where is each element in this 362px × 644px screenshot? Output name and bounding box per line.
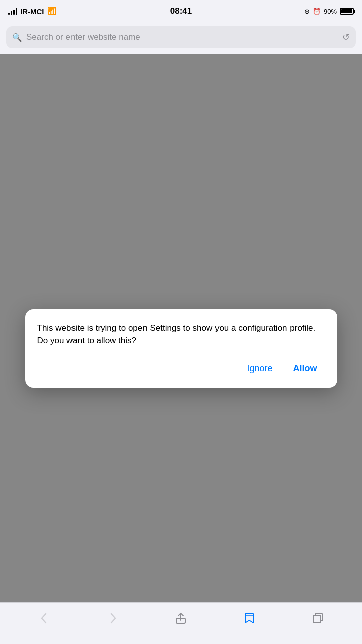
url-bar[interactable]: 🔍 Search or enter website name ↺ xyxy=(6,26,356,48)
ignore-button[interactable]: Ignore xyxy=(239,359,280,378)
search-icon: 🔍 xyxy=(12,33,22,42)
screen-record-icon: ⊕ xyxy=(304,8,310,15)
signal-bars-icon xyxy=(8,8,17,15)
tabs-icon xyxy=(311,612,324,625)
battery-percent-label: 90% xyxy=(324,8,337,15)
svg-rect-2 xyxy=(313,615,321,623)
battery-icon xyxy=(340,8,354,15)
allow-button[interactable]: Allow xyxy=(285,359,325,378)
reload-icon[interactable]: ↺ xyxy=(342,32,350,43)
status-left: IR-MCI 📶 xyxy=(8,7,57,16)
back-icon xyxy=(38,612,51,625)
status-right: ⊕ ⏰ 90% xyxy=(304,8,354,15)
forward-icon xyxy=(106,612,119,625)
dialog-overlay: This website is trying to open Settings … xyxy=(0,54,362,602)
bookmarks-button[interactable] xyxy=(238,607,260,629)
alert-buttons: Ignore Allow xyxy=(37,359,325,388)
carrier-label: IR-MCI xyxy=(20,7,44,16)
status-bar: IR-MCI 📶 08:41 ⊕ ⏰ 90% xyxy=(0,0,362,22)
bookmarks-icon xyxy=(243,612,256,625)
share-button[interactable] xyxy=(170,607,192,629)
tabs-button[interactable] xyxy=(307,607,329,629)
wifi-icon: 📶 xyxy=(47,7,57,16)
url-bar-container: 🔍 Search or enter website name ↺ xyxy=(0,22,362,54)
url-bar-placeholder[interactable]: Search or enter website name xyxy=(26,32,338,42)
alert-message: This website is trying to open Settings … xyxy=(37,321,325,347)
share-icon xyxy=(174,612,187,625)
back-button[interactable] xyxy=(33,607,55,629)
forward-button[interactable] xyxy=(102,607,124,629)
browser-content: This website is trying to open Settings … xyxy=(0,54,362,602)
status-time: 08:41 xyxy=(170,6,192,16)
alarm-icon: ⏰ xyxy=(313,8,321,15)
alert-dialog: This website is trying to open Settings … xyxy=(25,309,337,388)
bottom-toolbar xyxy=(0,602,362,644)
